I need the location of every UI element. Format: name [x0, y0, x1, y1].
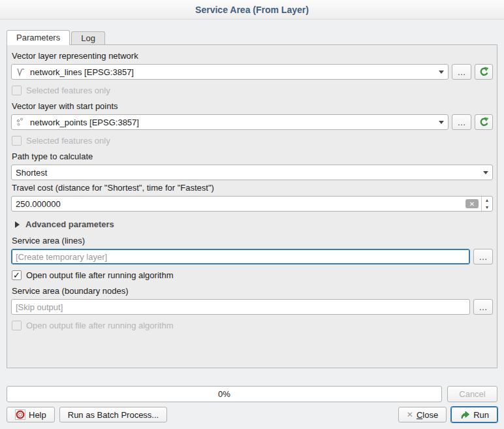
path-type-combobox[interactable]: Shortest — [11, 165, 493, 180]
expander-arrow-icon — [15, 221, 20, 228]
close-x-icon: ✕ — [407, 410, 413, 419]
start-points-combobox[interactable]: network_points [EPSG:3857] — [11, 114, 449, 130]
start-points-label: Vector layer with start points — [12, 101, 492, 111]
travel-cost-spinbox: ✕ ▲ ▼ — [11, 196, 493, 212]
open-lines-output-label: Open output file after running algorithm — [26, 270, 173, 280]
progress-value: 0% — [218, 389, 230, 399]
start-points-row: network_points [EPSG:3857] … — [11, 114, 493, 130]
service-area-nodes-browse-button[interactable]: … — [473, 299, 493, 315]
run-button[interactable]: Run — [451, 407, 497, 422]
network-layer-label: Vector layer representing network — [12, 51, 492, 61]
point-layer-icon — [16, 117, 26, 127]
open-nodes-output-row: Open output file after running algorithm — [12, 320, 492, 330]
start-points-selected-only-label: Selected features only — [26, 136, 110, 146]
ellipsis-label: … — [479, 252, 488, 262]
tab-bar: Parameters Log — [7, 29, 497, 44]
ellipsis-label: … — [479, 302, 488, 312]
service-area-nodes-row: … — [11, 299, 493, 315]
close-button[interactable]: ✕ Close — [398, 407, 447, 422]
tab-parameters-label: Parameters — [16, 33, 60, 42]
tab-parameters[interactable]: Parameters — [7, 30, 70, 45]
path-type-label: Path type to calculate — [12, 151, 492, 161]
travel-cost-label: Travel cost (distance for "Shortest", ti… — [12, 183, 492, 193]
travel-cost-input[interactable] — [11, 196, 493, 212]
open-nodes-output-checkbox[interactable] — [12, 321, 22, 330]
clear-value-icon[interactable]: ✕ — [465, 199, 479, 208]
chevron-down-icon — [439, 121, 444, 124]
start-points-value: network_points [EPSG:3857] — [30, 118, 139, 127]
advanced-parameters-expander[interactable]: Advanced parameters — [15, 219, 492, 229]
service-area-nodes-input[interactable] — [11, 299, 470, 315]
network-layer-iterate-button[interactable] — [475, 64, 493, 80]
service-area-lines-browse-button[interactable]: … — [473, 249, 493, 264]
path-type-row: Shortest — [11, 165, 493, 180]
open-lines-output-row: ✓ Open output file after running algorit… — [12, 270, 492, 280]
chevron-down-icon — [483, 171, 488, 174]
network-layer-combobox[interactable]: network_lines [EPSG:3857] — [11, 64, 449, 80]
service-area-lines-label: Service area (lines) — [12, 236, 492, 246]
iterate-icon — [479, 117, 489, 127]
dialog-titlebar: Service Area (From Layer) — [0, 0, 504, 20]
tab-log-label: Log — [81, 33, 95, 43]
network-selected-only-label: Selected features only — [26, 86, 110, 95]
run-as-batch-label: Run as Batch Process... — [68, 410, 159, 420]
progress-bar: 0% — [7, 386, 442, 402]
open-nodes-output-label: Open output file after running algorithm — [26, 321, 173, 330]
service-area-lines-row: … — [11, 249, 493, 264]
service-area-dialog: Service Area (From Layer) Parameters Log… — [0, 0, 504, 429]
advanced-parameters-label: Advanced parameters — [25, 219, 114, 229]
start-points-selected-only-row: Selected features only — [12, 135, 492, 146]
close-label: Close — [417, 410, 438, 420]
buttons-spacer — [172, 407, 394, 422]
network-layer-browse-button[interactable]: … — [452, 64, 471, 80]
line-layer-icon — [16, 67, 26, 77]
help-lifebuoy-icon — [15, 409, 25, 420]
dialog-title: Service Area (From Layer) — [195, 5, 309, 15]
travel-cost-spinner: ▲ ▼ — [481, 197, 492, 211]
progress-row: 0% Cancel — [7, 386, 497, 402]
start-points-selected-only-checkbox[interactable] — [12, 136, 22, 146]
ellipsis-label: … — [458, 67, 466, 77]
help-label: Help — [29, 410, 46, 420]
tab-log[interactable]: Log — [71, 31, 105, 44]
service-area-lines-input[interactable] — [11, 249, 470, 264]
spin-down-icon[interactable]: ▼ — [482, 204, 492, 211]
parameters-panel: Vector layer representing network networ… — [7, 44, 497, 368]
iterate-icon — [479, 67, 489, 77]
run-as-batch-button[interactable]: Run as Batch Process... — [59, 407, 167, 422]
network-selected-only-row: Selected features only — [12, 85, 492, 95]
help-button[interactable]: Help — [7, 407, 55, 422]
start-points-browse-button[interactable]: … — [452, 114, 471, 130]
cancel-label: Cancel — [459, 389, 485, 399]
network-layer-row: network_lines [EPSG:3857] … — [11, 64, 493, 80]
open-lines-output-checkbox[interactable]: ✓ — [12, 270, 22, 280]
run-arrow-icon — [460, 409, 470, 420]
chevron-down-icon — [439, 71, 444, 74]
dialog-buttons-row: Help Run as Batch Process... ✕ Close Run — [7, 407, 497, 422]
cancel-button[interactable]: Cancel — [447, 386, 497, 402]
service-area-nodes-label: Service area (boundary nodes) — [12, 286, 492, 296]
run-label: Run — [473, 410, 489, 420]
ellipsis-label: … — [458, 118, 466, 127]
start-points-iterate-button[interactable] — [475, 114, 493, 130]
network-layer-value: network_lines [EPSG:3857] — [30, 67, 134, 77]
spin-up-icon[interactable]: ▲ — [482, 197, 492, 204]
path-type-value: Shortest — [16, 168, 47, 178]
network-selected-only-checkbox[interactable] — [12, 86, 22, 95]
